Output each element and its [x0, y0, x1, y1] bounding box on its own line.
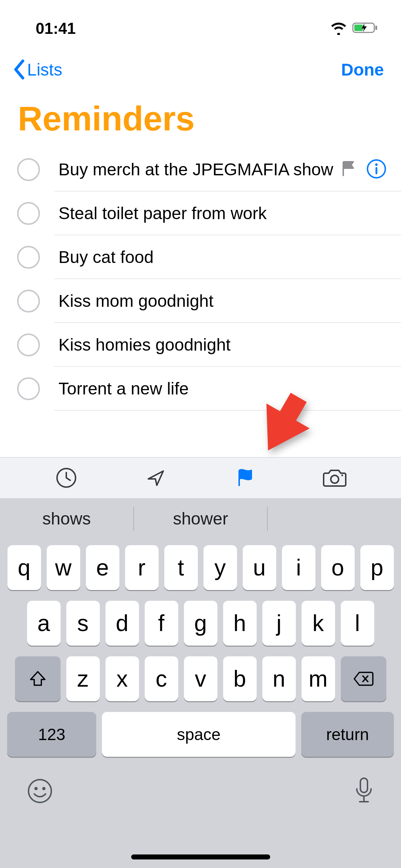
key-f[interactable]: f	[145, 601, 178, 646]
status-bar: 01:41	[0, 0, 401, 46]
reminder-text[interactable]: Buy cat food	[58, 247, 401, 267]
completion-toggle[interactable]	[17, 246, 40, 269]
reminder-row[interactable]: Kiss mom goodnight	[0, 279, 401, 323]
completion-toggle[interactable]	[17, 290, 40, 312]
status-time: 01:41	[36, 20, 76, 37]
reminder-row[interactable]: Buy cat food	[0, 235, 401, 279]
key-k[interactable]: k	[302, 601, 335, 646]
camera-icon[interactable]	[322, 465, 347, 490]
key-x[interactable]: x	[106, 656, 139, 701]
key-y[interactable]: y	[204, 545, 237, 590]
key-h[interactable]: h	[223, 601, 257, 646]
suggestion[interactable]: shower	[134, 503, 267, 534]
key-e[interactable]: e	[86, 545, 119, 590]
clock-icon[interactable]	[54, 465, 79, 490]
suggestion-bar: shows shower	[0, 498, 401, 539]
reminder-text[interactable]: Buy merch at the JPEGMAFIA show	[58, 160, 341, 179]
key-i[interactable]: i	[282, 545, 315, 590]
svg-rect-2	[354, 25, 363, 31]
svg-rect-5	[376, 167, 377, 174]
key-row: q w e r t y u i o p	[4, 545, 397, 590]
backspace-key[interactable]	[341, 656, 386, 701]
page-title: Reminders	[0, 93, 401, 148]
key-m[interactable]: m	[302, 656, 335, 701]
key-w[interactable]: w	[47, 545, 80, 590]
reminder-text[interactable]: Kiss homies goodnight	[58, 335, 401, 355]
key-b[interactable]: b	[223, 656, 257, 701]
chevron-left-icon	[13, 60, 25, 79]
svg-point-4	[375, 163, 378, 166]
location-icon[interactable]	[143, 465, 168, 490]
back-button[interactable]: Lists	[13, 60, 62, 79]
microphone-icon	[353, 776, 375, 806]
flag-icon[interactable]	[233, 465, 258, 490]
numbers-key[interactable]: 123	[7, 712, 96, 757]
key-z[interactable]: z	[66, 656, 100, 701]
emoji-icon	[26, 777, 53, 805]
completion-toggle[interactable]	[17, 202, 40, 225]
key-o[interactable]: o	[321, 545, 355, 590]
keyboard: shows shower q w e r t y u i o p a s d f…	[0, 498, 401, 868]
key-l[interactable]: l	[341, 601, 374, 646]
reminder-row[interactable]: Buy merch at the JPEGMAFIA show	[0, 148, 401, 191]
reminder-text[interactable]: Torrent a new life	[58, 379, 401, 398]
shift-key[interactable]	[15, 656, 61, 701]
svg-point-7	[331, 475, 339, 483]
home-indicator[interactable]	[131, 854, 270, 859]
key-row: a s d f g h j k l	[4, 601, 397, 646]
battery-charging-icon	[352, 21, 380, 36]
svg-rect-1	[375, 26, 377, 30]
return-key[interactable]: return	[301, 712, 394, 757]
key-p[interactable]: p	[360, 545, 394, 590]
dictation-button[interactable]	[353, 776, 375, 812]
flag-icon	[341, 160, 356, 179]
quick-toolbar	[0, 457, 401, 498]
key-j[interactable]: j	[262, 601, 296, 646]
key-q[interactable]: q	[7, 545, 41, 590]
suggestion[interactable]: shows	[0, 503, 133, 534]
key-row: 123 space return	[4, 712, 397, 757]
key-n[interactable]: n	[262, 656, 296, 701]
reminder-row[interactable]: Kiss homies goodnight	[0, 323, 401, 367]
status-icons	[330, 21, 380, 36]
reminder-text[interactable]: Steal toilet paper from work	[58, 203, 401, 223]
svg-point-10	[35, 787, 38, 790]
space-key[interactable]: space	[102, 712, 295, 757]
key-g[interactable]: g	[184, 601, 217, 646]
reminders-list: Buy merch at the JPEGMAFIA show Steal to…	[0, 148, 401, 410]
svg-point-11	[42, 787, 46, 790]
key-row: z x c v b n m	[4, 656, 397, 701]
suggestion[interactable]	[268, 503, 401, 534]
key-s[interactable]: s	[66, 601, 100, 646]
key-u[interactable]: u	[243, 545, 276, 590]
key-v[interactable]: v	[184, 656, 217, 701]
nav-bar: Lists Done	[0, 46, 401, 93]
backspace-icon	[353, 671, 374, 687]
completion-toggle[interactable]	[17, 334, 40, 356]
shift-icon	[29, 670, 47, 688]
wifi-icon	[330, 21, 348, 36]
done-button[interactable]: Done	[341, 60, 388, 79]
emoji-button[interactable]	[26, 777, 53, 811]
key-t[interactable]: t	[164, 545, 198, 590]
reminder-row[interactable]: Torrent a new life	[0, 367, 401, 410]
info-button[interactable]	[366, 159, 387, 181]
svg-rect-12	[360, 778, 367, 792]
svg-point-9	[29, 780, 51, 802]
reminder-row[interactable]: Steal toilet paper from work	[0, 191, 401, 235]
key-c[interactable]: c	[145, 656, 178, 701]
key-a[interactable]: a	[27, 601, 61, 646]
back-label: Lists	[27, 60, 62, 79]
key-r[interactable]: r	[125, 545, 159, 590]
completion-toggle[interactable]	[17, 158, 40, 181]
key-d[interactable]: d	[106, 601, 139, 646]
svg-point-8	[341, 475, 343, 476]
completion-toggle[interactable]	[17, 377, 40, 400]
reminder-text[interactable]: Kiss mom goodnight	[58, 291, 401, 311]
